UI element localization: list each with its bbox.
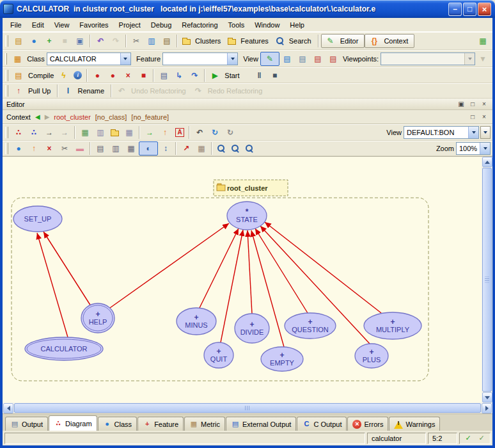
class-node-state[interactable]: *STATE xyxy=(227,202,267,230)
class-node-quit[interactable]: +QUIT xyxy=(204,342,233,368)
delete-tool-icon[interactable]: × xyxy=(42,141,57,156)
relations-icon[interactable]: ↗ xyxy=(178,141,194,156)
statistics-icon[interactable]: ▦ xyxy=(194,141,209,156)
new-cluster-tool-icon[interactable]: ∴ xyxy=(26,125,42,140)
menu-item-window[interactable]: Window xyxy=(249,19,285,31)
print-diagram-icon[interactable]: ▥ xyxy=(93,125,108,140)
scroll-down-button[interactable] xyxy=(482,392,492,403)
pull-up-button[interactable]: ↑Pull Up xyxy=(11,84,55,98)
inheritance-edge-help-to-set_up[interactable] xyxy=(43,232,91,306)
export-image-icon[interactable]: ▦ xyxy=(77,125,93,140)
debug-run-icon[interactable]: ● xyxy=(90,68,105,83)
step-over-icon[interactable]: ↷ xyxy=(187,68,202,83)
debug-breakpoints-icon[interactable]: ● xyxy=(105,68,120,83)
text-size-tool-icon[interactable]: A xyxy=(173,125,187,140)
horizontal-scrollbar[interactable] xyxy=(3,403,492,413)
client-link-tool-icon[interactable]: → xyxy=(42,125,57,140)
layout-horizontal-icon[interactable]: ▤ xyxy=(93,141,108,156)
pause-icon[interactable]: ‖ xyxy=(252,68,267,83)
diagram-redo-icon[interactable]: ↻ xyxy=(207,125,223,140)
paste-icon[interactable]: ▤ xyxy=(159,34,175,48)
refresh-diagram-icon[interactable]: ↻ xyxy=(223,125,238,140)
undo-icon[interactable]: ↶ xyxy=(93,34,108,48)
search-button[interactable]: Search xyxy=(273,34,316,48)
float-window-icon[interactable]: ▣ xyxy=(457,100,466,109)
feature-combo[interactable] xyxy=(162,52,238,65)
redo-icon[interactable]: ↷ xyxy=(108,34,123,48)
context-toggle-button[interactable]: {}Context xyxy=(365,34,414,48)
contract-view-icon[interactable]: ▤ xyxy=(310,52,326,66)
viewpoints-combo-arrow-button[interactable] xyxy=(464,53,475,65)
undo-refactoring-button[interactable]: ↶Undo Refactoring xyxy=(114,84,191,98)
close-context-icon[interactable]: × xyxy=(480,113,489,122)
save-all-icon[interactable]: ■ xyxy=(57,34,72,48)
menu-item-edit[interactable]: Edit xyxy=(27,19,49,31)
flat-view-icon[interactable]: ▤ xyxy=(295,52,310,66)
history-back-icon[interactable]: ◀ xyxy=(35,113,40,120)
horizontal-scroll-thumb[interactable] xyxy=(14,403,481,413)
editor-toggle-button[interactable]: ✎Editor xyxy=(321,34,365,48)
remove-breakpoints-icon[interactable]: × xyxy=(120,68,136,83)
maximize-pane-icon[interactable]: □ xyxy=(468,100,477,109)
class-node-multiply[interactable]: +MULTIPLY xyxy=(364,312,421,339)
scroll-right-button[interactable] xyxy=(482,403,492,413)
force-layout-button[interactable]: ◐ xyxy=(139,141,158,156)
cut-icon[interactable]: ✂ xyxy=(129,34,144,48)
class-node-empty[interactable]: +EMPTY xyxy=(261,347,303,371)
freeze-icon[interactable]: ϟ xyxy=(56,68,71,83)
feature-combo-arrow-button[interactable] xyxy=(227,53,237,65)
class-node-set_up[interactable]: SET_UP xyxy=(13,206,62,232)
menu-item-project[interactable]: Project xyxy=(114,19,146,31)
tab-c-output[interactable]: CC Output xyxy=(297,417,347,431)
vertical-scroll-thumb[interactable] xyxy=(482,168,492,392)
start-button[interactable]: ▶Start xyxy=(207,68,244,83)
cluster-label[interactable]: root_cluster xyxy=(214,180,288,196)
diagram-view-combo[interactable]: DEFAULT:BON xyxy=(404,126,479,139)
menu-item-file[interactable]: File xyxy=(5,19,27,31)
inheritance-edge-multiply-to-state[interactable] xyxy=(265,222,381,313)
tab-errors[interactable]: ×Errors xyxy=(347,417,388,431)
sort-order-icon[interactable]: ↕ xyxy=(158,141,173,156)
eraser-tool-icon[interactable]: ▬ xyxy=(72,141,88,156)
layout-grid-icon[interactable]: ▥ xyxy=(108,141,123,156)
tab-feature[interactable]: +Feature xyxy=(138,417,184,431)
info-icon[interactable]: i xyxy=(71,68,84,83)
diagram-view-dropdown-button[interactable] xyxy=(480,126,491,139)
close-pane-icon[interactable]: × xyxy=(480,100,489,109)
scroll-left-button[interactable] xyxy=(3,403,13,413)
class-node-calculator[interactable]: CALCULATOR xyxy=(25,337,103,360)
supplier-depth-icon[interactable]: ↑ xyxy=(26,141,42,156)
features-button[interactable]: Features xyxy=(225,34,272,48)
inheritance-edge-divide-to-state[interactable] xyxy=(248,230,252,314)
context-cluster-link[interactable]: root_cluster xyxy=(54,113,90,121)
menu-item-tools[interactable]: Tools xyxy=(223,19,250,31)
diagram-view-combo-arrow-button[interactable] xyxy=(468,127,478,138)
menu-item-help[interactable]: Help xyxy=(285,19,310,31)
tab-warnings[interactable]: Warnings xyxy=(389,417,440,431)
crop-tool-icon[interactable]: ✂ xyxy=(57,141,72,156)
zoom-out-icon[interactable] xyxy=(242,141,256,156)
menu-item-view[interactable]: View xyxy=(49,19,75,31)
class-node-help[interactable]: +HELP xyxy=(81,303,114,333)
class-node-plus[interactable]: +PLUS xyxy=(355,344,388,368)
clusters-button[interactable]: Clusters xyxy=(180,34,225,48)
new-window-icon[interactable]: ▤ xyxy=(11,34,26,48)
inheritance-edge-calculator-to-set_up[interactable] xyxy=(37,233,68,337)
redo-refactoring-button[interactable]: ↷Redo Refactoring xyxy=(191,84,267,98)
history-forward-icon[interactable]: ▶ xyxy=(45,113,50,120)
layout-tree-icon[interactable]: ▦ xyxy=(123,141,139,156)
menu-item-refactoring[interactable]: Refactoring xyxy=(177,19,223,31)
diagram-canvas[interactable]: root_clusterSET_UP*STATE+HELPCALCULATOR+… xyxy=(3,156,482,403)
minimize-button[interactable]: – xyxy=(448,3,462,16)
class-node-question[interactable]: +QUESTION xyxy=(285,313,336,339)
copy-icon[interactable]: ▥ xyxy=(144,34,159,48)
interface-view-icon[interactable]: ▤ xyxy=(326,52,341,66)
object-viewer-icon[interactable]: ▤ xyxy=(156,68,171,83)
clickable-view-icon[interactable]: ▤ xyxy=(279,52,295,66)
zoom-in-icon[interactable] xyxy=(214,141,228,156)
maximize-button[interactable]: □ xyxy=(463,3,476,16)
menu-item-favorites[interactable]: Favorites xyxy=(74,19,113,31)
zoom-fit-icon[interactable] xyxy=(228,141,242,156)
title-bar[interactable]: CALCULATOR in cluster root_cluster locat… xyxy=(0,0,495,18)
close-button[interactable]: × xyxy=(478,3,491,16)
